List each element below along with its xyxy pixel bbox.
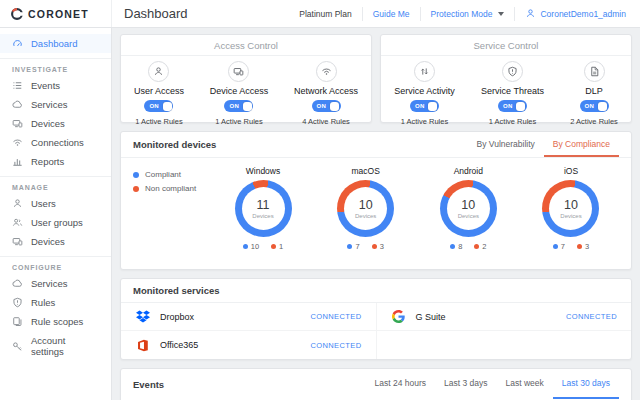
key-icon [12,341,23,352]
active-rules-count[interactable]: 1 Active Rules [215,117,263,126]
copy-icon [12,316,23,327]
monitored-devices-title: Monitored devices [133,139,216,150]
tab-by-vulnerability[interactable]: By Vulnerability [468,132,544,157]
network-access-toggle[interactable]: ON [312,100,341,112]
list-icon [12,80,23,91]
dlp-control: DLP ON 2 Active Rules [570,61,618,126]
sidebar-item-label: Devices [31,236,65,247]
service-control-title: Service Control [381,35,631,56]
office365-icon [135,338,150,353]
windows-chart: Windows 11 Devices 10 1 [221,166,305,251]
dlp-toggle[interactable]: ON [580,100,609,112]
device-count-label: Devices [252,213,273,219]
sidebar-item-services[interactable]: Services [0,95,111,114]
toggle-knob [598,102,607,111]
service-row-dropbox[interactable]: Dropbox CONNECTED [121,303,376,331]
legend-label: Non compliant [145,184,196,193]
sidebar-item-users[interactable]: Users [0,194,111,213]
wifi-icon [12,137,23,148]
service-row-office365[interactable]: Office365 CONNECTED [121,331,376,359]
sidebar-item-rules[interactable]: Rules [0,293,111,312]
chevron-down-icon [498,12,504,16]
sidebar-item-events[interactable]: Events [0,76,111,95]
non-compliant-dot-icon [372,244,377,249]
android-donut[interactable]: 10 Devices [440,180,497,237]
sidebar-item-reports[interactable]: Reports [0,152,111,171]
protection-mode-dropdown[interactable]: Protection Mode [420,7,515,21]
user-access-toggle[interactable]: ON [144,100,173,112]
user-menu[interactable]: CoronetDemo1_admin [514,7,640,21]
network-access-control: Network Access ON 4 Active Rules [294,61,358,126]
user-icon [525,8,536,19]
chart-icon [12,156,23,167]
brand-logo[interactable]: CORONET [0,0,112,27]
active-rules-count[interactable]: 4 Active Rules [302,117,350,126]
non-compliant-count: 3 [577,242,589,251]
active-rules-count[interactable]: 1 Active Rules [489,117,537,126]
control-label: DLP [585,86,603,96]
events-title: Events [133,379,164,390]
service-threats-toggle[interactable]: ON [498,100,527,112]
sidebar: Dashboard INVESTIGATE Events Services De… [0,28,112,400]
service-row-gsuite[interactable]: G Suite CONNECTED [377,303,632,331]
non-compliant-dot-icon [133,186,139,192]
service-name: Dropbox [160,312,194,322]
user-icon [12,198,23,209]
non-compliant-count: 1 [271,242,283,251]
non-compliant-count: 2 [474,242,486,251]
sidebar-section-manage: MANAGE [0,182,111,194]
sidebar-item-connections[interactable]: Connections [0,133,111,152]
compliant-dot-icon [450,244,455,249]
ios-donut[interactable]: 10 Devices [542,180,599,237]
active-rules-count[interactable]: 1 Active Rules [135,117,183,126]
sidebar-item-label: Dashboard [31,38,77,49]
active-rules-count[interactable]: 1 Active Rules [401,117,449,126]
cloud-icon [12,99,23,110]
sidebar-item-label: Services [31,99,67,110]
service-status: CONNECTED [310,312,361,321]
service-activity-control: Service Activity ON 1 Active Rules [394,61,455,126]
sidebar-item-devices[interactable]: Devices [0,114,111,133]
compliant-dot-icon [347,244,352,249]
dropbox-icon [135,309,150,324]
device-access-toggle[interactable]: ON [224,100,253,112]
sidebar-item-user-groups[interactable]: User groups [0,213,111,232]
users-icon [12,217,23,228]
active-rules-count[interactable]: 2 Active Rules [570,117,618,126]
compliant-count: 7 [347,242,359,251]
sidebar-item-label: Account settings [31,335,99,357]
toggle-knob [243,102,252,111]
sidebar-item-manage-devices[interactable]: Devices [0,232,111,251]
user-access-control: User Access ON 1 Active Rules [134,61,184,126]
sidebar-section-configure: CONFIGURE [0,262,111,274]
wifi-icon [316,61,337,82]
sidebar-item-configure-services[interactable]: Services [0,274,111,293]
windows-donut[interactable]: 11 Devices [235,180,292,237]
compliant-count: 7 [553,242,565,251]
compliant-dot-icon [553,244,558,249]
sidebar-item-account-settings[interactable]: Account settings [0,331,111,361]
tab-last-30-days[interactable]: Last 30 days [553,369,619,399]
protection-mode-label: Protection Mode [431,9,493,19]
shield-icon [12,297,23,308]
sidebar-item-dashboard[interactable]: Dashboard [0,34,111,53]
sidebar-item-rule-scopes[interactable]: Rule scopes [0,312,111,331]
tab-last-3-days[interactable]: Last 3 days [435,369,496,399]
username: CoronetDemo1_admin [540,9,626,19]
compliant-dot-icon [133,172,139,178]
tab-by-compliance[interactable]: By Compliance [544,132,619,157]
macos-donut[interactable]: 10 Devices [337,180,394,237]
legend-compliant: Compliant [133,170,215,179]
service-activity-toggle[interactable]: ON [410,100,439,112]
ios-chart: iOS 10 Devices 7 3 [529,166,613,251]
document-icon [584,61,605,82]
arrows-up-down-icon [414,61,435,82]
guide-me-link[interactable]: Guide Me [362,7,420,21]
sidebar-item-label: Connections [31,137,84,148]
shield-icon [502,61,523,82]
device-count: 10 [461,198,475,212]
tab-last-week[interactable]: Last week [497,369,553,399]
tab-last-24-hours[interactable]: Last 24 hours [366,369,436,399]
sidebar-item-label: User groups [31,217,83,228]
control-label: Device Access [210,86,269,96]
